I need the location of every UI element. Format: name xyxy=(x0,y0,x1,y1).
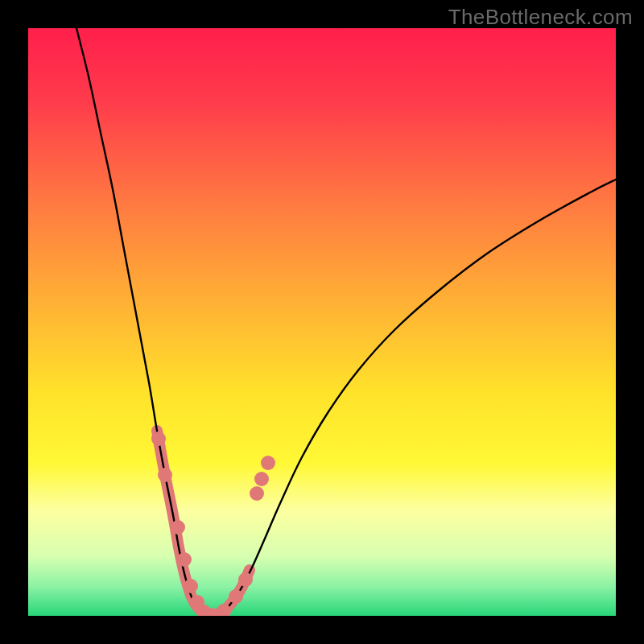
salmon-dot xyxy=(254,472,269,486)
salmon-dot xyxy=(184,579,198,593)
gradient-background xyxy=(28,28,616,616)
salmon-dot xyxy=(250,486,264,501)
chart-svg xyxy=(28,28,616,616)
salmon-dot xyxy=(151,431,166,446)
salmon-dot xyxy=(261,456,275,470)
salmon-dot xyxy=(171,520,185,535)
plot-area xyxy=(28,28,616,616)
salmon-dot xyxy=(229,589,243,604)
salmon-dot xyxy=(238,572,253,587)
chart-frame: TheBottleneck.com xyxy=(0,0,644,644)
watermark-label: TheBottleneck.com xyxy=(448,5,633,30)
salmon-dot xyxy=(177,552,192,567)
salmon-dot xyxy=(158,468,172,482)
